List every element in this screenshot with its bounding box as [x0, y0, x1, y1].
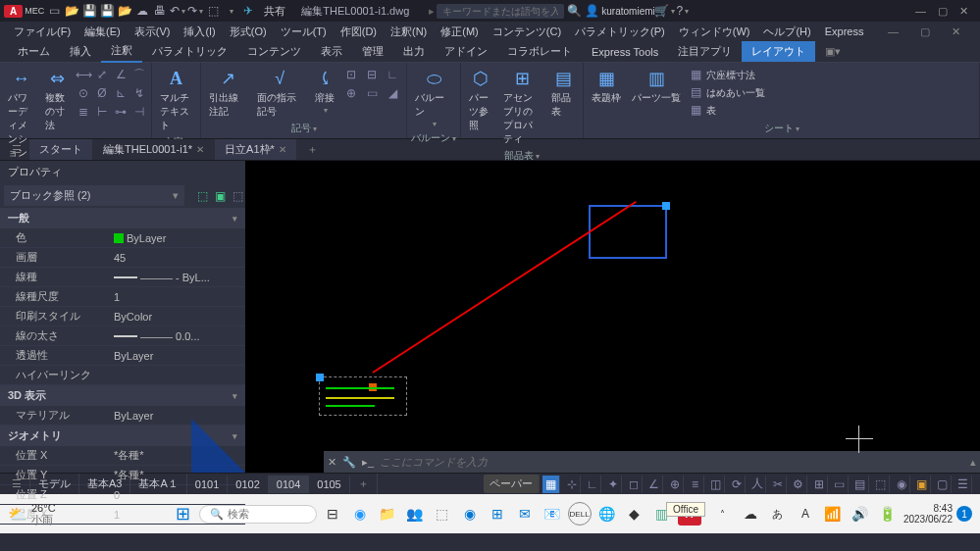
open-icon[interactable]: 📂	[64, 3, 79, 19]
pickadd-icon[interactable]: ▣	[212, 188, 228, 204]
help-icon[interactable]: ?	[675, 3, 691, 19]
dim-arc-icon[interactable]: ⌒	[131, 67, 147, 82]
send-icon[interactable]: ✈	[240, 3, 256, 19]
sym-id-icon[interactable]: ▭	[364, 85, 380, 101]
sym-datum-icon[interactable]: ⊟	[364, 67, 380, 82]
help-search-input[interactable]	[437, 4, 564, 19]
tab-doc-1[interactable]: 日立A1枠*✕	[215, 139, 297, 160]
polar-toggle-icon[interactable]: ✦	[604, 476, 622, 493]
menu-edit[interactable]: 編集(E)	[78, 23, 127, 41]
layout-tab-1[interactable]: 基本A１	[130, 474, 186, 494]
property-value[interactable]	[114, 368, 245, 382]
property-row[interactable]: ハイパーリンク	[0, 366, 245, 385]
annomonitor-icon[interactable]: ⊞	[810, 476, 828, 493]
doc-close-icon[interactable]: ✕	[946, 24, 966, 40]
dim-diameter-icon[interactable]: Ø	[94, 85, 110, 101]
undo-icon[interactable]: ↶	[170, 3, 185, 19]
ribbon-tab-switch-icon[interactable]: ▣▾	[815, 42, 851, 61]
dim-jogged-icon[interactable]: ↯	[131, 85, 147, 101]
menu-parametric[interactable]: パラメトリック(P)	[569, 23, 671, 41]
cart-icon[interactable]: 🛒	[657, 3, 673, 19]
dim-radius-icon[interactable]: ⊙	[76, 85, 91, 101]
ribbon-tab-view[interactable]: 表示	[311, 41, 352, 62]
cmd-customize-icon[interactable]: 🔧	[342, 456, 356, 469]
cycling-icon[interactable]: ⟳	[728, 476, 746, 493]
menu-window[interactable]: ウィンドウ(W)	[673, 23, 756, 41]
property-value[interactable]: 1	[114, 289, 245, 304]
property-value[interactable]: ——— 0.0...	[114, 328, 245, 343]
weather-icon[interactable]: ⛅	[8, 505, 27, 524]
menu-format[interactable]: 形式(O)	[224, 23, 273, 41]
start-button[interactable]: ⊞	[172, 502, 195, 526]
teams-icon[interactable]: 👥	[403, 502, 427, 526]
sym-feature-icon[interactable]: ⊡	[343, 67, 359, 82]
ribbon-tab-annotate[interactable]: 注釈	[101, 40, 142, 63]
property-value[interactable]: ByColor	[114, 309, 245, 324]
osnap-toggle-icon[interactable]: ◻	[625, 476, 643, 493]
qat-more-icon[interactable]	[223, 3, 238, 19]
grip-icon[interactable]	[316, 374, 324, 381]
balloon-button[interactable]: ⬭バルーン	[411, 65, 456, 130]
cloud-icon[interactable]: ☁	[134, 3, 150, 19]
notification-icon[interactable]: 1	[956, 506, 972, 522]
tab-add-icon[interactable]: ＋	[297, 142, 328, 157]
app2-icon[interactable]: ◆	[623, 502, 646, 526]
partslist-button[interactable]: ▥パーツ一覧	[628, 65, 685, 107]
print-icon[interactable]: 🖶	[152, 3, 168, 19]
ext-icon[interactable]: ⬚	[205, 3, 221, 19]
ribbon-tab-addins[interactable]: アドイン	[435, 41, 497, 62]
layout-tab-2[interactable]: 0101	[187, 476, 228, 493]
menu-file[interactable]: ファイル(F)	[8, 23, 77, 41]
property-value[interactable]: ByLayer	[114, 348, 245, 363]
search-icon[interactable]: 🔍	[566, 3, 582, 19]
layout-tab-4[interactable]: 0104	[269, 476, 309, 493]
dim-break-icon[interactable]: ⊣	[131, 104, 147, 120]
layout-tab-0[interactable]: 基本A3	[79, 474, 130, 494]
quickselect-icon[interactable]: ⬚	[194, 188, 210, 204]
model-paper-toggle[interactable]: ペーパー	[484, 475, 540, 493]
property-row[interactable]: 線種尺度1	[0, 287, 245, 307]
menu-tools[interactable]: ツール(T)	[275, 23, 333, 41]
ribbon-tab-content[interactable]: コンテンツ	[237, 41, 311, 62]
taskview-icon[interactable]: ⊟	[321, 502, 344, 526]
partref-button[interactable]: ⬡パーツ参照	[465, 65, 496, 134]
ribbon-tab-express[interactable]: Express Tools	[582, 43, 668, 61]
volume-icon[interactable]: 🔊	[849, 502, 872, 526]
command-input[interactable]	[380, 456, 964, 468]
ribbon-tab-featured[interactable]: 注目アプリ	[668, 41, 742, 62]
open2-icon[interactable]: 📂	[117, 3, 132, 19]
customize-status-icon[interactable]: ☰	[954, 476, 972, 493]
layout-tab-5[interactable]: 0105	[309, 476, 349, 493]
dell-icon[interactable]: DELL	[568, 502, 592, 526]
drawing-line[interactable]	[372, 201, 636, 374]
hardware-accel-icon[interactable]: ▣	[913, 476, 931, 493]
taskbar-search[interactable]: 🔍	[199, 505, 317, 524]
share-label[interactable]: 共有	[264, 4, 285, 19]
ribbon-tab-insert[interactable]: 挿入	[60, 41, 101, 62]
multi-dimension-button[interactable]: ⇔複数の寸法	[41, 65, 73, 134]
doc-minimize-icon[interactable]: —	[882, 24, 904, 40]
ribbon-tab-parametric[interactable]: パラメトリック	[142, 41, 237, 62]
redo-icon[interactable]: ↷	[187, 3, 203, 19]
grip-icon[interactable]	[662, 202, 670, 210]
ribbon-tab-manage[interactable]: 管理	[352, 41, 393, 62]
property-row[interactable]: 印刷スタイルByColor	[0, 307, 245, 326]
dyn-input-icon[interactable]: ⊕	[666, 476, 684, 493]
store-icon[interactable]: ⊞	[486, 502, 509, 526]
property-row[interactable]: 色ByLayer	[0, 228, 245, 248]
layout-menu-icon[interactable]: ☰	[4, 475, 30, 493]
ribbon-tab-layout[interactable]: レイアウト	[742, 41, 815, 62]
explorer-icon[interactable]: 📁	[376, 502, 399, 526]
transparency-icon[interactable]: ◫	[707, 476, 725, 493]
copilot-icon[interactable]: ◉	[348, 502, 372, 526]
tab-close-icon[interactable]: ✕	[196, 144, 204, 155]
menu-insert[interactable]: 挿入(I)	[178, 23, 221, 41]
ime-icon[interactable]: あ	[766, 502, 790, 526]
bom-button[interactable]: ▤部品表	[547, 65, 579, 121]
selectobjects-icon[interactable]: ⬚	[230, 188, 245, 204]
lineweight-icon[interactable]: ≡	[687, 476, 704, 493]
drawing-selection-box[interactable]	[319, 376, 407, 416]
mtext-button[interactable]: Aマルチテキスト	[156, 65, 196, 134]
cmd-close-icon[interactable]: ✕	[328, 456, 336, 469]
outlook-icon[interactable]: ✉	[513, 502, 537, 526]
